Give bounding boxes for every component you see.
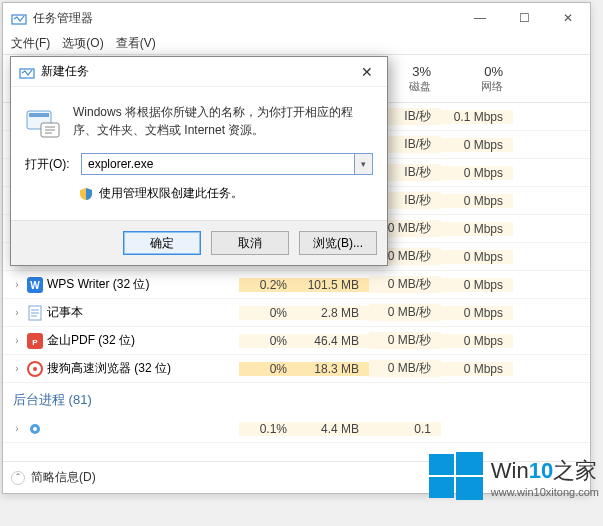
svg-rect-18	[429, 477, 454, 498]
titlebar[interactable]: 任务管理器 — ☐ ✕	[3, 3, 590, 33]
table-row[interactable]: ›P金山PDF (32 位)0%46.4 MB0 MB/秒0 Mbps	[3, 327, 590, 355]
pdf-icon: P	[27, 333, 43, 349]
open-label: 打开(O):	[25, 156, 73, 173]
ok-button[interactable]: 确定	[123, 231, 201, 255]
table-row[interactable]: ›WWPS Writer (32 位)0.2%101.5 MB0 MB/秒0 M…	[3, 271, 590, 299]
chevron-right-icon[interactable]: ›	[11, 279, 23, 291]
net-cell: 0 Mbps	[441, 138, 513, 152]
net-cell: 0 Mbps	[441, 250, 513, 264]
table-row[interactable]: ›搜狗高速浏览器 (32 位)0%18.3 MB0 MB/秒0 Mbps	[3, 355, 590, 383]
maximize-button[interactable]: ☐	[502, 3, 546, 33]
minimize-button[interactable]: —	[458, 3, 502, 33]
watermark-title: Win10之家	[491, 456, 597, 486]
browse-button[interactable]: 浏览(B)...	[299, 231, 377, 255]
new-task-dialog: 新建任务 ✕ Windows 将根据你所键入的名称，为你打开相应的程序、文件夹、…	[10, 56, 388, 266]
menu-file[interactable]: 文件(F)	[11, 35, 50, 52]
chevron-right-icon[interactable]: ›	[11, 363, 23, 375]
admin-note: 使用管理权限创建此任务。	[99, 185, 243, 202]
cancel-button[interactable]: 取消	[211, 231, 289, 255]
mem-cell: 18.3 MB	[297, 362, 369, 376]
net-percent: 0%	[484, 64, 503, 79]
task-manager-icon	[11, 10, 27, 26]
net-cell: 0 Mbps	[441, 194, 513, 208]
net-cell: 0 Mbps	[441, 306, 513, 320]
chevron-down-icon[interactable]: ▾	[355, 153, 373, 175]
disk-cell: 0 MB/秒	[369, 304, 441, 321]
dialog-buttons: 确定 取消 浏览(B)...	[11, 220, 387, 265]
watermark: Win10之家 www.win10xitong.com	[425, 446, 599, 508]
process-name: 记事本	[47, 304, 83, 321]
gear-icon	[27, 421, 43, 437]
table-row[interactable]: › 0.1% 4.4 MB 0.1	[3, 415, 590, 443]
windows-logo-icon	[425, 446, 487, 508]
menu-view[interactable]: 查看(V)	[116, 35, 156, 52]
process-name: 金山PDF (32 位)	[47, 332, 135, 349]
net-cell: 0.1 Mbps	[441, 110, 513, 124]
net-cell: 0 Mbps	[441, 334, 513, 348]
net-cell: 0 Mbps	[441, 222, 513, 236]
chevron-up-icon[interactable]: ˆ	[11, 471, 25, 485]
svg-rect-17	[456, 452, 483, 475]
net-cell: 0 Mbps	[441, 166, 513, 180]
shield-icon	[79, 187, 93, 201]
chevron-right-icon[interactable]: ›	[11, 307, 23, 319]
notepad-icon	[27, 305, 43, 321]
svg-text:W: W	[30, 280, 40, 291]
dialog-titlebar[interactable]: 新建任务 ✕	[11, 57, 387, 87]
svg-rect-16	[429, 454, 454, 475]
background-processes-header[interactable]: 后台进程 (81)	[3, 383, 590, 415]
svg-rect-14	[29, 113, 49, 117]
open-input[interactable]	[81, 153, 355, 175]
dialog-description: Windows 将根据你所键入的名称，为你打开相应的程序、文件夹、文档或 Int…	[73, 103, 373, 139]
chevron-right-icon[interactable]: ›	[11, 335, 23, 347]
disk-cell: 0 MB/秒	[369, 276, 441, 293]
process-name: 搜狗高速浏览器 (32 位)	[47, 360, 171, 377]
cpu-cell: 0%	[239, 334, 297, 348]
svg-point-11	[33, 427, 37, 431]
task-manager-icon	[19, 64, 35, 80]
sogou-icon	[27, 361, 43, 377]
disk-label: 磁盘	[409, 79, 431, 94]
fewer-details[interactable]: 简略信息(D)	[31, 469, 96, 486]
disk-cell: 0 MB/秒	[369, 360, 441, 377]
svg-rect-19	[456, 477, 483, 500]
process-name: WPS Writer (32 位)	[47, 276, 149, 293]
wps-w-icon: W	[27, 277, 43, 293]
net-cell: 0 Mbps	[441, 278, 513, 292]
disk-cell: 0 MB/秒	[369, 332, 441, 349]
mem-cell: 46.4 MB	[297, 334, 369, 348]
mem-cell: 101.5 MB	[297, 278, 369, 292]
menu-bar: 文件(F) 选项(O) 查看(V)	[3, 33, 590, 55]
watermark-url: www.win10xitong.com	[491, 486, 599, 498]
run-program-icon	[25, 103, 61, 139]
menu-options[interactable]: 选项(O)	[62, 35, 103, 52]
dialog-close-button[interactable]: ✕	[347, 57, 387, 87]
cpu-cell: 0.2%	[239, 278, 297, 292]
dialog-title: 新建任务	[41, 63, 347, 80]
table-row[interactable]: ›记事本0%2.8 MB0 MB/秒0 Mbps	[3, 299, 590, 327]
cpu-cell: 0%	[239, 362, 297, 376]
cpu-cell: 0%	[239, 306, 297, 320]
disk-percent: 3%	[412, 64, 431, 79]
net-cell: 0 Mbps	[441, 362, 513, 376]
open-combobox[interactable]: ▾	[81, 153, 373, 175]
mem-cell: 2.8 MB	[297, 306, 369, 320]
chevron-right-icon[interactable]: ›	[11, 423, 23, 435]
window-title: 任务管理器	[33, 10, 458, 27]
net-label: 网络	[481, 79, 503, 94]
svg-point-9	[33, 367, 37, 371]
svg-text:P: P	[32, 338, 38, 347]
close-button[interactable]: ✕	[546, 3, 590, 33]
